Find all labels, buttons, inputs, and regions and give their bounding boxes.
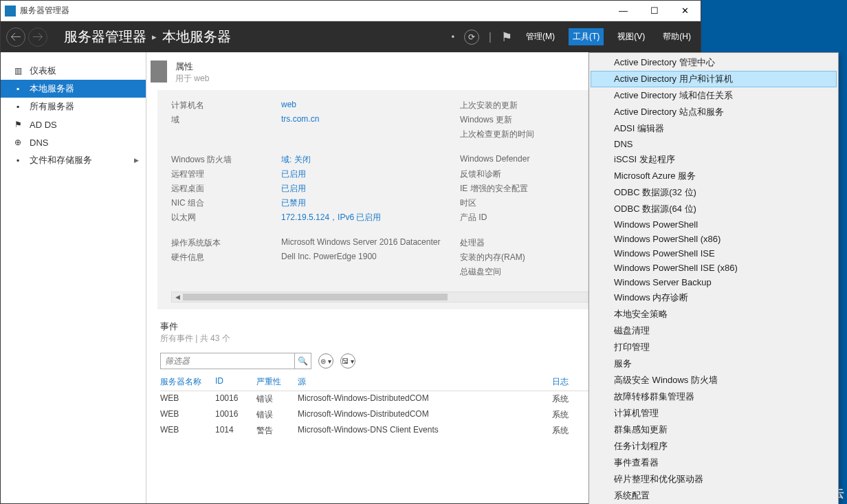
menu-view[interactable]: 视图(V) [613,28,649,45]
refresh-button[interactable]: ⟳ [464,30,479,45]
tools-menu-item[interactable]: 碎片整理和优化驱动器 [591,471,837,487]
tools-menu-item[interactable]: DNS [591,137,837,151]
sidebar-item-0[interactable]: ▥仪表板 [1,62,146,80]
prop-label: NIC 组合 [171,197,281,209]
notifications-icon[interactable]: ⚑ [501,30,512,45]
prop-label-right: Windows 更新 [460,114,597,126]
menu-manage[interactable]: 管理(M) [522,28,559,45]
scroll-left-icon[interactable]: ◀ [172,292,183,302]
prop-label: 操作系统版本 [171,237,281,249]
sidebar-item-3[interactable]: ⚑AD DS [1,116,146,133]
properties-subtitle: 用于 web [175,73,209,85]
search-icon[interactable]: 🔍 [294,353,311,369]
sidebar-item-2[interactable]: ▪所有服务器 [1,98,146,116]
prop-label-right: IE 增强的安全配置 [460,183,597,195]
tools-menu-item[interactable]: Windows PowerShell [591,217,837,232]
sidebar-item-5[interactable]: ▪文件和存储服务▶ [1,151,146,169]
tools-menu-item[interactable]: 高级安全 Windows 防火墙 [591,372,837,388]
header-bar: 🡠 🡢 服务器管理器 ▸ 本地服务器 • ⟳ | ⚑ 管理(M) 工具(T) 视… [1,21,701,52]
tools-menu-item[interactable]: Windows Server Backup [591,275,837,289]
tools-menu-item[interactable]: Windows PowerShell ISE [591,246,837,261]
crumb-root[interactable]: 服务器管理器 [64,28,146,46]
filter-options-button[interactable]: ⊜ ▾ [318,353,333,369]
prop-label: Windows 防火墙 [171,154,281,166]
prop-value[interactable]: 已启用 [281,183,460,195]
column-header[interactable]: 严重性 [256,376,298,388]
tools-menu-item[interactable]: 服务 [591,355,837,372]
cell: WEB [160,425,215,437]
prop-value: Microsoft Windows Server 2016 Datacenter [281,237,460,249]
tools-menu-item[interactable]: ODBC 数据源(32 位) [591,184,837,201]
cell: 错误 [256,409,298,421]
menu-help[interactable]: 帮助(H) [659,28,695,45]
tools-menu-item[interactable]: Active Directory 站点和服务 [591,104,837,120]
prop-label-right: 处理器 [460,237,597,249]
nav-forward-button[interactable]: 🡢 [28,28,47,47]
prop-label-right: 反馈和诊断 [460,168,597,180]
tools-menu-item[interactable]: ODBC 数据源(64 位) [591,201,837,217]
prop-value[interactable]: web [281,100,460,111]
filter-input[interactable] [161,356,294,366]
sidebar-item-icon: ⊕ [13,138,23,147]
tools-menu-item[interactable]: Windows PowerShell ISE (x86) [591,261,837,275]
cell: 系统 [552,409,593,421]
tools-menu-item[interactable]: 磁盘清理 [591,322,837,339]
sidebar-item-label: DNS [30,138,48,148]
menu-tools[interactable]: 工具(T) [569,28,604,45]
close-button[interactable]: ✕ [670,1,701,21]
prop-label-right: 产品 ID [460,212,597,223]
cell: 系统 [552,393,593,405]
tools-menu-item[interactable]: Active Directory 管理中心 [591,54,837,71]
sidebar-item-icon: ▪ [13,155,23,165]
cell: WEB [160,409,215,421]
prop-label: 远程管理 [171,168,281,180]
tools-menu-item[interactable]: 打印管理 [591,339,837,355]
server-icon [151,61,167,83]
tools-menu-item[interactable]: ADSI 编辑器 [591,120,837,137]
tools-menu-item[interactable]: 系统配置 [591,487,837,504]
sidebar-item-label: 所有服务器 [30,100,74,113]
maximize-button[interactable]: ☐ [639,1,670,21]
tools-menu-item[interactable]: 群集感知更新 [591,421,837,438]
column-header[interactable]: ID [215,376,256,388]
sidebar-item-1[interactable]: ▪本地服务器 [1,80,146,98]
sidebar-item-icon: ▪ [13,84,23,94]
sidebar: ▥仪表板▪本地服务器▪所有服务器⚑AD DS⊕DNS▪文件和存储服务▶ [1,52,146,503]
prop-label-right: 上次检查更新的时间 [460,129,597,140]
prop-label [171,266,281,278]
prop-label-right: 上次安装的更新 [460,100,597,111]
cell: 1014 [215,425,256,437]
sidebar-item-label: 文件和存储服务 [30,154,92,166]
prop-label: 远程桌面 [171,183,281,195]
tools-menu-item[interactable]: 任务计划程序 [591,438,837,454]
minimize-button[interactable]: — [608,1,639,21]
nav-back-button[interactable]: 🡠 [6,28,25,47]
prop-value[interactable]: 已启用 [281,168,460,180]
tools-menu-item[interactable]: iSCSI 发起程序 [591,151,837,168]
prop-value[interactable]: trs.com.cn [281,114,460,126]
prop-label: 以太网 [171,212,281,223]
prop-value[interactable] [281,129,460,140]
tools-menu-item[interactable]: Microsoft Azure 服务 [591,168,837,184]
column-header[interactable]: 源 [298,376,552,388]
prop-value[interactable]: 172.19.5.124，IPv6 已启用 [281,212,460,223]
tools-menu-item[interactable]: 事件查看器 [591,454,837,471]
tools-menu-item[interactable]: Active Directory 域和信任关系 [591,87,837,104]
tools-menu-item[interactable]: 故障转移群集管理器 [591,388,837,405]
sidebar-item-4[interactable]: ⊕DNS [1,133,146,151]
tools-menu-item[interactable]: Windows 内存诊断 [591,289,837,306]
tools-menu-item[interactable]: 计算机管理 [591,405,837,421]
tools-menu-item[interactable]: 本地安全策略 [591,306,837,322]
breadcrumb: 服务器管理器 ▸ 本地服务器 [64,28,231,46]
column-header[interactable]: 日志 [552,376,593,388]
tools-menu-item[interactable]: Windows PowerShell (x86) [591,232,837,246]
column-header[interactable]: 服务器名称 [160,376,215,388]
cell: 系统 [552,425,593,437]
save-query-button[interactable]: 🖫 ▾ [340,353,355,369]
tools-menu-item[interactable]: Active Directory 用户和计算机 [591,71,837,87]
app-icon [5,6,16,17]
crumb-current[interactable]: 本地服务器 [162,28,231,46]
prop-value[interactable]: 已禁用 [281,197,460,209]
prop-value[interactable]: 域: 关闭 [281,154,460,166]
sidebar-item-label: 本地服务器 [30,83,74,95]
